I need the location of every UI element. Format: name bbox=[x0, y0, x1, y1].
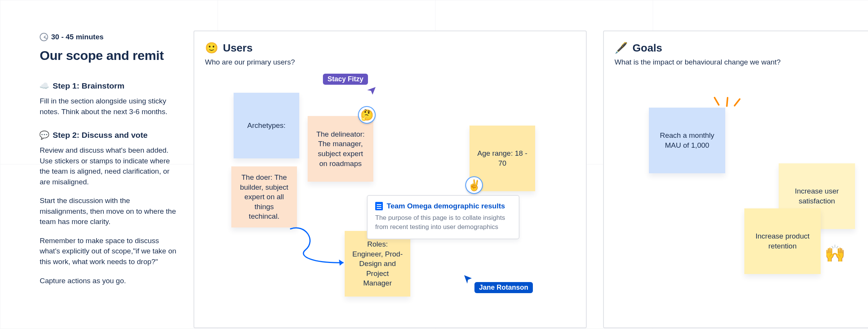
smile-icon: 🙂 bbox=[205, 43, 218, 53]
linkcard-title: Team Omega demographic results bbox=[387, 202, 505, 210]
users-subtitle: Who are our primary users? bbox=[205, 58, 295, 66]
step2-header: 💬 Step 2: Discuss and vote bbox=[40, 131, 177, 140]
cursor-jane-tag: Jane Rotanson bbox=[474, 282, 533, 293]
step2-label: Step 2: Discuss and vote bbox=[53, 131, 148, 140]
step1-header: ☁️ Step 1: Brainstorm bbox=[40, 81, 177, 90]
step2-body-1: Review and discuss what's been added. Us… bbox=[40, 145, 177, 187]
sticky-doer[interactable]: The doer: The builder, subject expert on… bbox=[231, 166, 297, 227]
step1-label: Step 1: Brainstorm bbox=[53, 81, 124, 90]
pen-icon: 🖋️ bbox=[615, 43, 628, 53]
step1-body: Fill in the section alongside using stic… bbox=[40, 96, 177, 117]
goals-header: 🖋️ Goals bbox=[615, 42, 781, 54]
thinking-stamp[interactable]: 🤔 bbox=[358, 106, 376, 124]
step2-body-4: Capture actions as you go. bbox=[40, 276, 177, 286]
sticky-retention[interactable]: Increase product retention bbox=[744, 208, 821, 274]
linkcard-desc: The purpose of this page is to collate i… bbox=[375, 213, 511, 232]
page-title: Our scope and remit bbox=[40, 48, 177, 63]
sticky-mau[interactable]: Reach a monthly MAU of 1,000 bbox=[649, 108, 725, 173]
victory-stamp[interactable]: ✌️ bbox=[465, 176, 483, 194]
raised-hands-stamp[interactable]: 🙌 bbox=[824, 244, 845, 263]
connector-arrow bbox=[282, 225, 359, 275]
doc-icon bbox=[375, 202, 383, 210]
thinking-icon: 🤔 bbox=[360, 109, 374, 121]
goals-subtitle: What is the impact or behavioural change… bbox=[615, 58, 781, 66]
victory-icon: ✌️ bbox=[468, 179, 481, 192]
users-header: 🙂 Users bbox=[205, 42, 295, 54]
sidebar-block: 30 - 45 minutes Our scope and remit ☁️ S… bbox=[40, 33, 177, 286]
speech-icon: 💬 bbox=[40, 131, 49, 140]
goals-title: Goals bbox=[632, 42, 662, 54]
sticky-delineator[interactable]: The delineator: The manager, subject exp… bbox=[308, 116, 373, 182]
sticky-archetypes[interactable]: Archetypes: bbox=[234, 93, 299, 158]
step2-body-2: Start the discussion with the misalignme… bbox=[40, 195, 177, 227]
clock-icon bbox=[40, 33, 48, 41]
cursor-stacy-tag: Stacy Fitzy bbox=[323, 74, 368, 85]
cursor-stacy-arrow bbox=[367, 86, 377, 98]
duration-text: 30 - 45 minutes bbox=[51, 33, 103, 41]
users-title: Users bbox=[223, 42, 253, 54]
duration-row: 30 - 45 minutes bbox=[40, 33, 177, 41]
whiteboard-canvas[interactable]: 30 - 45 minutes Our scope and remit ☁️ S… bbox=[0, 0, 868, 329]
linkcard-demographics[interactable]: Team Omega demographic results The purpo… bbox=[367, 195, 520, 239]
step2-body-3: Remember to make space to discuss what's… bbox=[40, 235, 177, 267]
cursor-jane-arrow bbox=[463, 274, 473, 286]
cloud-icon: ☁️ bbox=[40, 81, 49, 90]
